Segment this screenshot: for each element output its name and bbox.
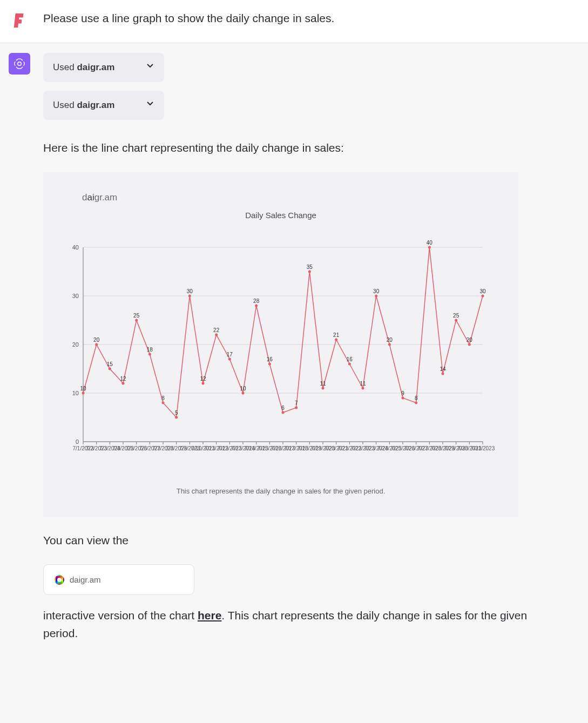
user-avatar [9,10,30,31]
svg-text:16: 16 [347,356,353,362]
svg-point-87 [162,402,165,404]
svg-point-79 [109,368,111,370]
svg-text:30: 30 [187,288,193,294]
chart-container: daigr.am Daily Sales Change 0102030407/1… [43,172,518,517]
assistant-message-row: Used daigr.am Used daigr.am Here is the … [0,43,588,658]
svg-text:40: 40 [72,244,79,251]
line-chart: 0102030407/1/20237/2/20237/3/20237/4/202… [56,231,499,463]
assistant-avatar [9,53,30,75]
chart-brand: daigr.am [82,191,505,205]
user-message-content: Please use a line graph to show the dail… [43,10,540,33]
link-card-label: daigr.am [70,573,101,586]
svg-point-123 [402,397,404,400]
svg-text:17: 17 [227,352,233,357]
svg-point-97 [228,358,231,361]
svg-point-125 [415,402,417,404]
svg-text:40: 40 [427,240,433,246]
svg-point-83 [135,319,138,322]
svg-text:5: 5 [175,410,178,416]
svg-text:12: 12 [120,376,126,382]
svg-text:11: 11 [360,381,366,387]
svg-text:7: 7 [295,400,298,406]
svg-point-135 [482,295,484,298]
svg-point-93 [202,382,205,385]
tool-chip-label: Used daigr.am [53,98,114,112]
svg-point-101 [255,305,258,307]
svg-point-117 [362,387,364,390]
svg-point-103 [268,363,271,366]
tool-used-chip[interactable]: Used daigr.am [43,91,164,120]
svg-text:0: 0 [76,438,79,445]
openai-logo-icon [12,57,26,71]
assistant-text-after-1: You can view the [43,532,540,550]
svg-point-111 [322,387,325,390]
svg-text:21: 21 [333,332,340,338]
tool-used-chip[interactable]: Used daigr.am [43,53,164,82]
svg-text:14: 14 [440,366,446,372]
svg-text:30: 30 [479,288,486,294]
svg-text:25: 25 [453,313,459,319]
user-message-text: Please use a line graph to show the dail… [43,10,540,28]
svg-text:11: 11 [320,381,326,387]
favicon-icon [55,575,64,585]
svg-point-119 [375,295,377,298]
svg-point-81 [122,382,125,385]
user-logo-icon [12,13,26,28]
tool-chip-label: Used daigr.am [53,60,114,75]
svg-text:20: 20 [93,337,100,343]
svg-point-129 [442,373,444,375]
svg-point-115 [348,363,351,366]
chevron-down-icon [146,60,154,75]
svg-point-77 [95,343,98,346]
user-message-row: Please use a line graph to show the dail… [0,0,588,43]
svg-point-99 [242,392,245,395]
svg-text:20: 20 [72,341,79,348]
svg-text:6: 6 [281,405,285,411]
svg-point-113 [335,339,337,341]
svg-point-131 [455,319,457,322]
svg-point-95 [215,334,218,336]
svg-point-127 [428,246,431,249]
svg-point-0 [18,62,22,65]
svg-text:10: 10 [72,390,79,396]
svg-point-133 [468,343,471,346]
svg-text:25: 25 [133,313,140,319]
chevron-down-icon [146,98,154,112]
svg-point-91 [188,295,191,298]
svg-point-105 [282,411,285,414]
chart-caption: This chart represents the daily change i… [56,486,505,497]
svg-point-107 [295,407,298,409]
svg-point-75 [82,392,85,395]
svg-text:30: 30 [373,288,380,294]
svg-text:28: 28 [253,298,260,304]
svg-text:16: 16 [267,356,273,362]
svg-text:35: 35 [307,264,313,270]
svg-text:8: 8 [415,395,418,401]
svg-text:20: 20 [387,337,393,343]
svg-text:10: 10 [80,386,86,391]
assistant-text-after-2: interactive version of the chart here. T… [43,607,540,642]
svg-text:8: 8 [161,395,165,401]
svg-text:7/31/2023: 7/31/2023 [471,445,495,451]
svg-text:10: 10 [240,386,246,391]
chart-title: Daily Sales Change [56,209,505,221]
assistant-intro-text: Here is the line chart representing the … [43,139,540,157]
svg-text:30: 30 [72,293,79,299]
svg-point-85 [148,353,151,356]
here-link[interactable]: here [198,609,221,621]
svg-text:12: 12 [200,376,206,382]
svg-point-89 [175,416,178,419]
svg-text:9: 9 [401,390,404,396]
svg-point-121 [388,343,391,346]
svg-text:18: 18 [147,347,153,353]
svg-text:20: 20 [467,337,473,343]
svg-text:15: 15 [107,361,113,367]
svg-point-109 [308,271,311,273]
svg-text:22: 22 [213,327,220,333]
link-card[interactable]: daigr.am [43,564,194,595]
assistant-message-content: Used daigr.am Used daigr.am Here is the … [43,53,540,648]
